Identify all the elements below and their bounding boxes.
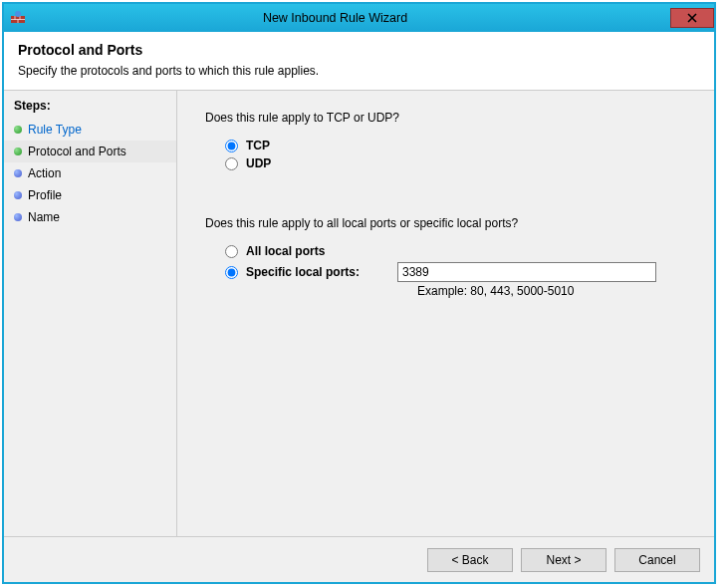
step-protocol-and-ports[interactable]: Protocol and Ports <box>4 141 176 162</box>
wizard-footer: < Back Next > Cancel <box>4 536 714 582</box>
step-label: Profile <box>28 188 62 202</box>
radio-udp-label[interactable]: UDP <box>246 156 271 170</box>
wizard-window: New Inbound Rule Wizard Protocol and Por… <box>2 2 716 584</box>
step-label: Protocol and Ports <box>28 145 126 158</box>
cancel-button[interactable]: Cancel <box>614 548 700 572</box>
step-profile[interactable]: Profile <box>4 184 176 206</box>
window-title: New Inbound Rule Wizard <box>0 11 670 25</box>
step-rule-type[interactable]: Rule Type <box>4 119 176 141</box>
step-bullet-icon <box>14 191 22 199</box>
step-label: Action <box>28 166 61 180</box>
protocol-udp-row[interactable]: UDP <box>225 156 686 170</box>
specific-ports-input[interactable] <box>397 262 656 282</box>
step-label: Name <box>28 210 60 224</box>
step-label: Rule Type <box>28 123 82 137</box>
titlebar: New Inbound Rule Wizard <box>4 4 714 32</box>
close-button[interactable] <box>670 8 714 28</box>
step-action[interactable]: Action <box>4 162 176 184</box>
protocol-question: Does this rule apply to TCP or UDP? <box>205 111 686 125</box>
radio-tcp[interactable] <box>225 140 238 152</box>
steps-sidebar: Steps: Rule Type Protocol and Ports Acti… <box>4 91 177 536</box>
all-ports-row[interactable]: All local ports <box>225 244 686 258</box>
page-subtitle: Specify the protocols and ports to which… <box>18 64 700 78</box>
step-name[interactable]: Name <box>4 206 176 228</box>
wizard-header: Protocol and Ports Specify the protocols… <box>4 32 714 91</box>
ports-example-text: Example: 80, 443, 5000-5010 <box>417 284 686 298</box>
radio-all-ports-label[interactable]: All local ports <box>246 244 325 258</box>
protocol-tcp-row[interactable]: TCP <box>225 139 686 152</box>
specific-ports-row[interactable]: Specific local ports: <box>225 262 686 282</box>
ports-question: Does this rule apply to all local ports … <box>205 216 686 230</box>
close-icon <box>687 13 697 23</box>
radio-specific-ports[interactable] <box>225 266 238 279</box>
step-bullet-icon <box>14 147 22 155</box>
step-bullet-icon <box>14 126 22 134</box>
radio-specific-ports-label[interactable]: Specific local ports: <box>246 265 360 279</box>
radio-all-ports[interactable] <box>225 245 238 258</box>
step-bullet-icon <box>14 213 22 221</box>
next-button[interactable]: Next > <box>521 548 607 572</box>
step-bullet-icon <box>14 169 22 177</box>
main-panel: Does this rule apply to TCP or UDP? TCP … <box>177 91 714 536</box>
steps-heading: Steps: <box>4 95 176 119</box>
back-button[interactable]: < Back <box>427 548 513 572</box>
wizard-body: Steps: Rule Type Protocol and Ports Acti… <box>4 91 714 536</box>
radio-tcp-label[interactable]: TCP <box>246 139 270 152</box>
radio-udp[interactable] <box>225 157 238 170</box>
page-title: Protocol and Ports <box>18 42 700 58</box>
